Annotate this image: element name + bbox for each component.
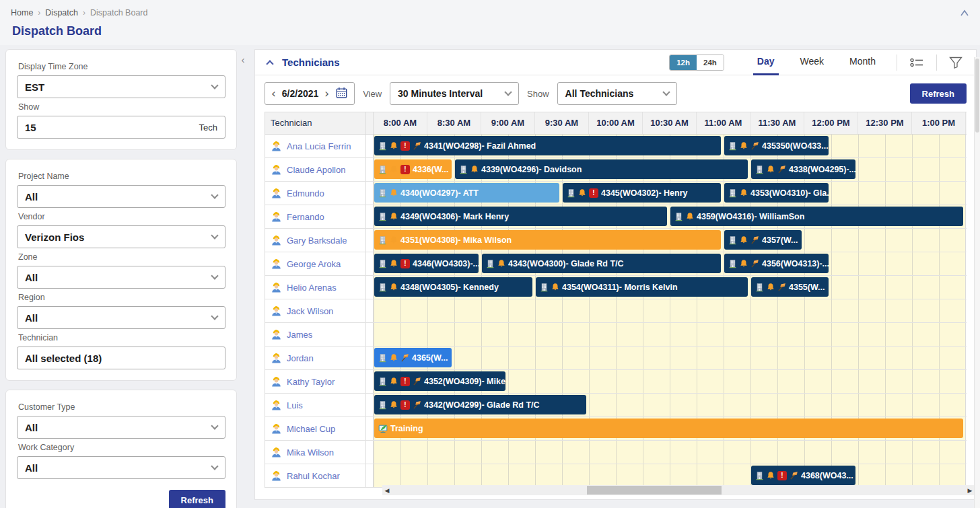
event-bar[interactable]: 4339(WO4296)- Davidson	[455, 159, 748, 179]
technician-cell[interactable]: James	[265, 323, 366, 346]
event-bar[interactable]: !4336(W...	[374, 159, 452, 179]
event-bar[interactable]: 4348(WO4305)- Kennedy	[374, 277, 532, 297]
event-bar[interactable]: !4368(WO43...	[751, 466, 855, 485]
event-bar[interactable]: 4354(WO4311)- Morris Kelvin	[536, 277, 748, 297]
region-select[interactable]: All	[17, 306, 225, 329]
toggle-24h[interactable]: 24h	[697, 55, 724, 70]
timeline[interactable]: 4348(WO4305)- Kennedy4354(WO4311)- Morri…	[374, 276, 966, 299]
technician-cell[interactable]: Michael Cup	[265, 417, 366, 440]
technician-cell[interactable]: Claude Apollon	[265, 158, 366, 181]
event-bar[interactable]: !4341(WO4298)- Fazil Ahmed	[374, 136, 721, 155]
timeline[interactable]: 4351(WO4308)- Mika Wilson4357(W...	[374, 229, 966, 252]
timeline[interactable]	[374, 299, 966, 322]
filter-funnel-icon[interactable]	[945, 57, 967, 69]
schedule-refresh-button[interactable]: Refresh	[910, 83, 967, 104]
technician-name[interactable]: Rahul Kochar	[287, 471, 340, 481]
event-bar[interactable]: 4340(WO4297)- ATT	[374, 183, 559, 203]
timeline[interactable]: !4341(WO4298)- Fazil Ahmed435350(WO433..…	[374, 135, 966, 157]
show-count-input[interactable]: 15 Tech	[17, 116, 225, 139]
technician-cell[interactable]: Ana Lucia Ferrin	[265, 135, 366, 157]
vendor-select[interactable]: Verizon Fios	[17, 225, 225, 248]
customer-type-select[interactable]: All	[17, 416, 225, 439]
breadcrumb-dispatch[interactable]: Dispatch	[45, 8, 78, 17]
sidebar-collapse-icon[interactable]: ‹	[242, 55, 245, 65]
technician-name[interactable]: Mika Wilson	[287, 447, 334, 458]
event-bar[interactable]: 4353(WO4310)- Gla...	[724, 183, 829, 203]
technician-cell[interactable]: Edmundo	[265, 182, 366, 205]
event-bar[interactable]: 435350(WO433...	[724, 136, 829, 155]
technician-name[interactable]: George Aroka	[287, 259, 341, 269]
calendar-icon[interactable]	[335, 87, 348, 101]
timeline[interactable]: !4368(WO43...	[374, 464, 966, 487]
technician-cell[interactable]: George Aroka	[265, 252, 366, 275]
project-name-select[interactable]: All	[17, 185, 225, 208]
tab-month[interactable]: Month	[845, 50, 880, 75]
technician-name[interactable]: Kathy Taylor	[287, 377, 335, 387]
event-bar[interactable]: 4365(W...	[374, 348, 452, 367]
timeline[interactable]: !4336(W...4339(WO4296)- Davidson4338(WO4…	[374, 158, 966, 181]
work-category-select[interactable]: All	[17, 456, 225, 479]
vertical-scrollbar[interactable]	[974, 57, 980, 508]
technician-cell[interactable]: Jack Wilson	[265, 299, 366, 322]
zone-select[interactable]: All	[17, 266, 225, 289]
technician-cell[interactable]: Rahul Kochar	[265, 464, 366, 487]
technician-name[interactable]: Helio Arenas	[287, 283, 337, 293]
event-bar[interactable]: 4343(WO4300)- Glade Rd T/C	[482, 254, 721, 273]
technician-cell[interactable]: Gary Barksdale	[265, 229, 366, 252]
next-day-arrow[interactable]: ›	[324, 88, 329, 100]
technician-name[interactable]: Claude Apollon	[287, 165, 345, 175]
timeline[interactable]: !4352(WO4309)- Mike	[374, 370, 966, 393]
technician-name[interactable]: Fernando	[287, 212, 324, 222]
timeline[interactable]: 4365(W...	[374, 347, 966, 369]
event-bar[interactable]: 4356(WO4313)-...	[724, 254, 829, 273]
event-bar[interactable]: !4352(WO4309)- Mike	[374, 371, 505, 391]
vertical-scrollbar-thumb[interactable]	[975, 59, 979, 133]
technician-cell[interactable]: Mika Wilson	[265, 441, 366, 464]
technician-name[interactable]: Jordan	[287, 353, 314, 363]
technician-cell[interactable]: Helio Arenas	[265, 276, 366, 299]
breadcrumb-home[interactable]: Home	[11, 8, 33, 17]
event-bar[interactable]: 4359(WO4316)- WilliamSon	[670, 207, 963, 226]
timeline[interactable]	[374, 441, 966, 464]
technician-name[interactable]: Gary Barksdale	[287, 235, 347, 246]
toggle-12h[interactable]: 12h	[670, 55, 697, 70]
horizontal-scrollbar[interactable]: ◀ ▶	[382, 485, 975, 495]
timeline[interactable]: Training	[374, 417, 966, 440]
technician-cell[interactable]: Luis	[265, 394, 366, 416]
interval-select[interactable]: 30 Minutes Interval	[390, 82, 519, 105]
agenda-list-icon[interactable]	[905, 57, 928, 69]
event-bar[interactable]: 4355(W...	[751, 277, 829, 297]
scrollbar-track[interactable]	[392, 485, 965, 495]
event-bar[interactable]: !4345(WO4302)- Henry	[563, 183, 721, 203]
scrollbar-thumb[interactable]	[587, 486, 722, 495]
scroll-to-top-icon[interactable]	[960, 9, 969, 17]
technician-cell[interactable]: Fernando	[265, 205, 366, 228]
timeline[interactable]	[374, 323, 966, 346]
technician-name[interactable]: James	[287, 330, 312, 340]
tab-day[interactable]: Day	[753, 50, 779, 75]
sidebar-refresh-button[interactable]: Refresh	[169, 490, 225, 508]
event-bar[interactable]: 4349(WO4306)- Mark Henry	[374, 207, 667, 226]
technician-name[interactable]: Ana Lucia Ferrin	[287, 141, 351, 151]
scroll-right-arrow[interactable]: ▶	[965, 487, 975, 494]
event-bar[interactable]: 4357(W...	[724, 230, 802, 250]
event-bar[interactable]: Training	[374, 419, 963, 438]
timeline[interactable]: !4342(WO4299)- Glade Rd T/C	[374, 394, 966, 416]
technician-name[interactable]: Luis	[287, 400, 303, 410]
timeline[interactable]: 4349(WO4306)- Mark Henry4359(WO4316)- Wi…	[374, 205, 966, 228]
timeline[interactable]: !4346(WO4303)-...4343(WO4300)- Glade Rd …	[374, 252, 966, 275]
event-bar[interactable]: !4346(WO4303)-...	[374, 254, 479, 273]
technician-cell[interactable]: Jordan	[265, 347, 366, 369]
event-bar[interactable]: 4338(WO4295)-...	[751, 159, 855, 179]
prev-day-arrow[interactable]: ‹	[271, 88, 276, 100]
timeline[interactable]: 4340(WO4297)- ATT!4345(WO4302)- Henry435…	[374, 182, 966, 205]
technician-multiselect[interactable]: All selected (18)	[17, 347, 225, 369]
technician-name[interactable]: Jack Wilson	[287, 306, 333, 316]
technician-cell[interactable]: Kathy Taylor	[265, 370, 366, 393]
tab-week[interactable]: Week	[796, 50, 829, 75]
event-bar[interactable]: !4342(WO4299)- Glade Rd T/C	[374, 395, 586, 414]
technician-name[interactable]: Michael Cup	[287, 424, 335, 434]
scroll-left-arrow[interactable]: ◀	[382, 487, 392, 494]
technician-name[interactable]: Edmundo	[287, 188, 324, 198]
event-bar[interactable]: 4351(WO4308)- Mika Wilson	[374, 230, 721, 250]
